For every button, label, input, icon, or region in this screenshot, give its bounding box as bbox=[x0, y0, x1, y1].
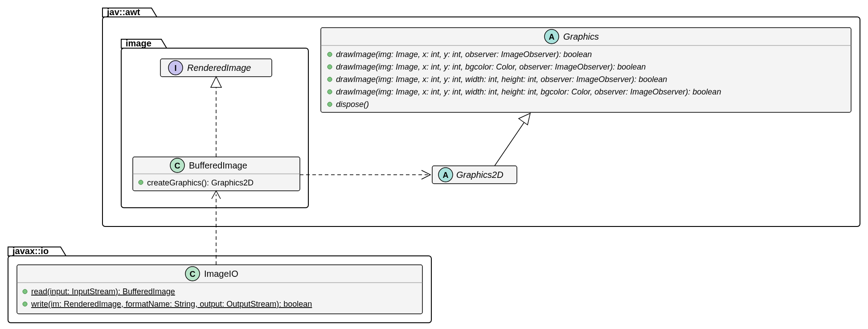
package-io-label: javax::io bbox=[12, 246, 49, 256]
public-dot-icon bbox=[328, 77, 332, 82]
graphics-member-1: drawImage(img: Image, x: int, y: int, bg… bbox=[336, 62, 646, 71]
renderedimage-name: RenderedImage bbox=[187, 63, 251, 73]
graphics-member-3: drawImage(img: Image, x: int, y: int, wi… bbox=[336, 87, 721, 96]
abstract-badge-letter: A bbox=[549, 33, 555, 41]
class-imageio: C ImageIO read(input: InputStream): Buff… bbox=[17, 265, 422, 314]
class-renderedimage: I RenderedImage bbox=[160, 59, 272, 77]
svg-marker-9 bbox=[211, 77, 221, 87]
public-dot-icon bbox=[328, 52, 332, 57]
package-image-label: image bbox=[126, 38, 151, 48]
bufferedimage-member-0: createGraphics(): Graphics2D bbox=[147, 178, 254, 187]
relation-bufferedimage-graphics2d bbox=[300, 170, 430, 179]
bufferedimage-name: BufferedImage bbox=[189, 160, 247, 170]
graphics-name: Graphics bbox=[563, 32, 599, 41]
relation-graphics2d-graphics bbox=[495, 113, 530, 166]
class-bufferedimage: C BufferedImage createGraphics(): Graphi… bbox=[133, 157, 300, 191]
public-dot-icon bbox=[328, 90, 332, 94]
public-dot-icon bbox=[328, 102, 332, 107]
svg-marker-12 bbox=[519, 113, 530, 125]
relation-bufferedimage-renderedimage bbox=[211, 77, 221, 157]
public-dot-icon bbox=[23, 289, 27, 294]
class-badge-letter: C bbox=[190, 270, 196, 279]
interface-badge-letter: I bbox=[174, 64, 176, 73]
package-awt-label: jav::awt bbox=[106, 7, 140, 17]
imageio-member-0: read(input: InputStream): BufferedImage bbox=[31, 287, 175, 296]
public-dot-icon bbox=[23, 302, 27, 306]
graphics-member-4: dispose() bbox=[336, 100, 369, 109]
svg-line-11 bbox=[495, 121, 525, 166]
public-dot-icon bbox=[139, 180, 143, 185]
graphics-member-2: drawImage(img: Image, x: int, y: int, wi… bbox=[336, 75, 667, 84]
class-graphics: A Graphics drawImage(img: Image, x: int,… bbox=[321, 28, 851, 112]
imageio-member-1: write(im: RenderedImage, formatName: Str… bbox=[31, 300, 312, 308]
class-graphics2d: A Graphics2D bbox=[432, 166, 517, 184]
abstract-badge-letter: A bbox=[443, 171, 449, 180]
relation-imageio-bufferedimage bbox=[212, 191, 221, 265]
uml-diagram: jav::awt image I RenderedImage C Buffere… bbox=[0, 0, 868, 329]
class-badge-letter: C bbox=[175, 161, 180, 170]
imageio-name: ImageIO bbox=[204, 269, 238, 279]
public-dot-icon bbox=[328, 65, 332, 69]
graphics-member-0: drawImage(img: Image, x: int, y: int, ob… bbox=[336, 50, 592, 59]
graphics2d-name: Graphics2D bbox=[456, 170, 504, 180]
